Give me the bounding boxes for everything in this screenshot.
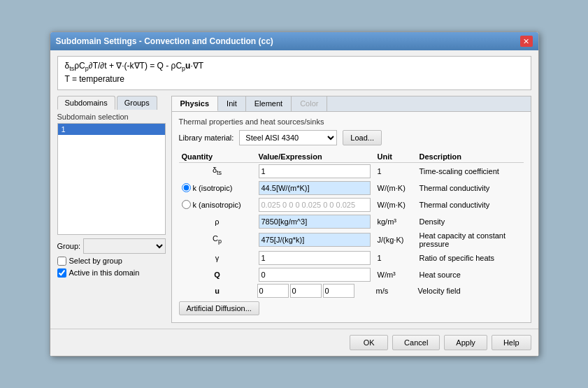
table-row: k (isotropic) W/(m·K) Thermal conductivi… <box>179 180 524 196</box>
table-row: Cp J/(kg·K) Heat capacity at constant pr… <box>179 230 524 250</box>
input-rho[interactable] <box>259 215 371 229</box>
unit-rho: kg/m³ <box>375 213 417 230</box>
col-header-value: Value/Expression <box>256 151 375 163</box>
group-row: Group: <box>57 238 166 254</box>
ok-button[interactable]: OK <box>350 335 388 350</box>
cancel-button[interactable]: Cancel <box>392 335 440 350</box>
title-bar: Subdomain Settings - Convection and Cond… <box>50 32 538 50</box>
content-area: Subdomains Groups Subdomain selection 1 … <box>57 96 531 323</box>
right-panel: Physics Init Element Color Thermal prope… <box>171 96 531 323</box>
input-u1[interactable] <box>257 284 289 298</box>
tab-init[interactable]: Init <box>218 96 246 111</box>
apply-button[interactable]: Apply <box>444 335 487 350</box>
tab-element[interactable]: Element <box>246 96 292 111</box>
val-q <box>256 266 375 283</box>
input-delta-ts[interactable] <box>259 164 371 178</box>
table-row: u m/s Velocity field <box>179 283 524 299</box>
val-gamma <box>256 250 375 266</box>
library-label: Library material: <box>179 134 234 142</box>
panel-tabs: Subdomains Groups <box>57 96 166 110</box>
select-by-group-row: Select by group <box>57 257 166 266</box>
col-header-unit: Unit <box>375 151 417 163</box>
val-k-aniso <box>256 196 375 213</box>
table-row: Q W/m³ Heat source <box>179 266 524 283</box>
table-row: k (anisotropic) W/(m·K) Thermal conducti… <box>179 196 524 213</box>
col-header-description: Description <box>417 151 524 163</box>
subdomain-selection-label: Subdomain selection <box>57 113 166 121</box>
qty-delta-ts: δts <box>179 162 256 180</box>
properties-table: Quantity Value/Expression Unit Descripti… <box>179 151 524 299</box>
tab-color[interactable]: Color <box>292 96 327 111</box>
input-k-iso[interactable] <box>259 181 371 195</box>
table-row: δts 1 Time-scaling coefficient <box>179 162 524 180</box>
help-button[interactable]: Help <box>492 335 531 350</box>
dialog-body: δtsρCp∂T/∂t + ∇·(-k∇T) = Q - ρCpu·∇T T =… <box>50 50 538 328</box>
equation-line1: δtsρCp∂T/∂t + ∇·(-k∇T) = Q - ρCpu·∇T <box>65 61 524 72</box>
subdomain-settings-dialog: Subdomain Settings - Convection and Cond… <box>50 31 539 356</box>
equation-line2: T = temperature <box>65 74 524 84</box>
library-row: Library material: Steel AISI 4340 Load..… <box>179 130 524 145</box>
active-in-domain-checkbox[interactable] <box>57 268 66 278</box>
unit-k-aniso: W/(m·K) <box>375 196 417 213</box>
unit-cp: J/(kg·K) <box>375 230 417 250</box>
input-q[interactable] <box>259 268 371 282</box>
radio-k-iso[interactable] <box>182 183 191 192</box>
table-row: ρ kg/m³ Density <box>179 213 524 230</box>
input-k-aniso[interactable] <box>259 198 371 212</box>
val-cp <box>256 230 375 250</box>
section-title: Thermal properties and heat sources/sink… <box>179 117 524 126</box>
active-in-domain-label: Active in this domain <box>69 268 140 277</box>
unit-gamma: 1 <box>375 250 417 266</box>
active-in-domain-row: Active in this domain <box>57 268 166 278</box>
right-content: Thermal properties and heat sources/sink… <box>172 112 531 322</box>
select-by-group-label: Select by group <box>69 257 122 265</box>
dialog-title: Subdomain Settings - Convection and Cond… <box>56 36 273 46</box>
val-delta-ts <box>256 162 375 180</box>
qty-u: u <box>179 283 256 299</box>
qty-k-iso: k (isotropic) <box>179 180 256 196</box>
desc-gamma: Ratio of specific heats <box>417 250 524 266</box>
qty-rho: ρ <box>179 213 256 230</box>
desc-rho: Density <box>417 213 524 230</box>
qty-q: Q <box>179 266 256 283</box>
unit-u: m/s <box>375 283 417 299</box>
equation-box: δtsρCp∂T/∂t + ∇·(-k∇T) = Q - ρCpu·∇T T =… <box>57 56 531 89</box>
desc-k-iso: Thermal conductivity <box>417 180 524 196</box>
qty-gamma: γ <box>179 250 256 266</box>
desc-u: Velocity field <box>417 283 524 299</box>
dialog-footer: OK Cancel Apply Help <box>50 329 538 356</box>
tab-groups[interactable]: Groups <box>117 96 157 110</box>
list-item[interactable]: 1 <box>58 124 165 135</box>
bottom-row: Artificial Diffusion... <box>179 299 524 317</box>
unit-k-iso: W/(m·K) <box>375 180 417 196</box>
input-u2[interactable] <box>290 284 322 298</box>
desc-k-aniso: Thermal conductivity <box>417 196 524 213</box>
radio-k-aniso[interactable] <box>182 200 191 209</box>
left-panel: Subdomains Groups Subdomain selection 1 … <box>57 96 166 323</box>
val-u <box>256 283 375 299</box>
select-by-group-checkbox[interactable] <box>57 257 66 266</box>
input-u3[interactable] <box>323 284 354 298</box>
right-tabs: Physics Init Element Color <box>172 96 531 112</box>
artificial-diffusion-button[interactable]: Artificial Diffusion... <box>179 301 259 315</box>
val-rho <box>256 213 375 230</box>
group-label: Group: <box>57 242 81 250</box>
unit-delta-ts: 1 <box>375 162 417 180</box>
qty-cp: Cp <box>179 230 256 250</box>
col-header-quantity: Quantity <box>179 151 256 163</box>
table-row: γ 1 Ratio of specific heats <box>179 250 524 266</box>
val-k-iso <box>256 180 375 196</box>
library-select[interactable]: Steel AISI 4340 <box>239 130 337 145</box>
desc-q: Heat source <box>417 266 524 283</box>
subdomain-listbox[interactable]: 1 <box>57 123 166 235</box>
tab-subdomains[interactable]: Subdomains <box>57 96 115 110</box>
qty-k-aniso: k (anisotropic) <box>179 196 256 213</box>
unit-q: W/m³ <box>375 266 417 283</box>
tab-physics[interactable]: Physics <box>172 96 219 111</box>
input-cp[interactable] <box>259 233 371 247</box>
group-select[interactable] <box>83 238 165 254</box>
close-button[interactable]: ✕ <box>520 36 533 47</box>
input-gamma[interactable] <box>259 251 371 265</box>
load-button[interactable]: Load... <box>343 130 382 145</box>
desc-delta-ts: Time-scaling coefficient <box>417 162 524 180</box>
